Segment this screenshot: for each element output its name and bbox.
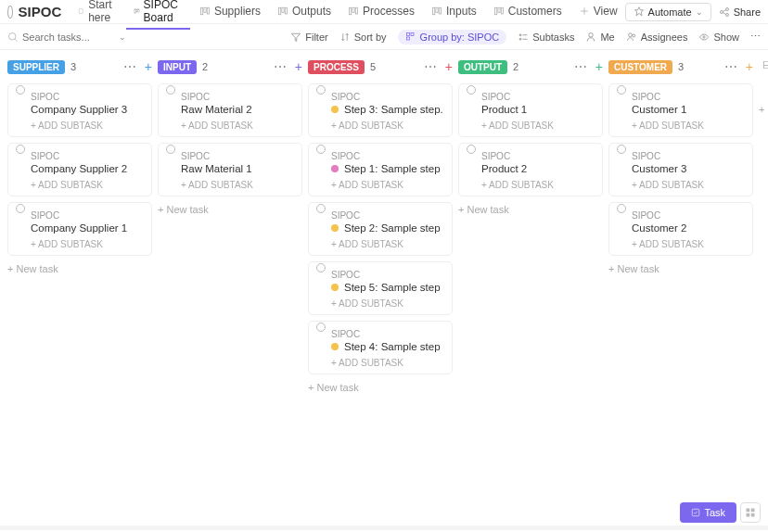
task-card[interactable]: SIPOCCompany Supplier 3+ ADD SUBTASK <box>7 83 152 137</box>
task-check-icon[interactable] <box>16 145 25 154</box>
share-button[interactable]: Share <box>719 6 761 18</box>
search-input[interactable] <box>22 32 115 43</box>
task-check-icon[interactable] <box>467 85 476 95</box>
add-subtask-button[interactable]: + ADD SUBTASK <box>31 120 144 131</box>
task-check-icon[interactable] <box>16 85 25 95</box>
task-card[interactable]: SIPOCStep 2: Sample step+ ADD SUBTASK <box>308 202 453 256</box>
add-subtask-button[interactable]: + ADD SUBTASK <box>31 239 144 249</box>
column-count: 5 <box>370 61 376 72</box>
tab-inputs[interactable]: Inputs <box>424 0 484 30</box>
filter-button[interactable]: Filter <box>290 32 327 43</box>
task-check-icon[interactable] <box>617 145 626 154</box>
column-add-button[interactable]: + <box>746 59 753 74</box>
priority-dot-icon <box>331 165 339 172</box>
column-add-button[interactable]: + <box>145 59 152 74</box>
column-label[interactable]: OUTPUT <box>458 60 507 74</box>
column-menu-button[interactable]: ⋯ <box>574 59 588 74</box>
task-card[interactable]: SIPOCStep 4: Sample step+ ADD SUBTASK <box>308 321 453 374</box>
column-label[interactable]: INPUT <box>158 60 197 74</box>
add-subtask-button[interactable]: + ADD SUBTASK <box>181 180 294 190</box>
task-check-icon[interactable] <box>316 85 326 95</box>
me-button[interactable]: Me <box>585 32 614 43</box>
task-card[interactable]: SIPOCCustomer 2+ ADD SUBTASK <box>608 202 753 256</box>
task-check-icon[interactable] <box>166 145 175 154</box>
add-subtask-button[interactable]: + ADD SUBTASK <box>331 298 444 309</box>
column-add-button[interactable]: + <box>295 59 302 74</box>
column-label[interactable]: SUPPLIER <box>7 60 65 74</box>
sort-label: Sort by <box>354 32 387 43</box>
task-card[interactable]: SIPOCCustomer 1+ ADD SUBTASK <box>608 83 753 137</box>
tab-suppliers[interactable]: Suppliers <box>192 0 268 30</box>
new-task-button[interactable]: + New task <box>7 261 152 276</box>
tab-customers[interactable]: Customers <box>486 0 570 30</box>
task-card[interactable]: SIPOCCustomer 3+ ADD SUBTASK <box>608 143 753 196</box>
filter-label: Filter <box>305 32 327 43</box>
tab-outputs[interactable]: Outputs <box>270 0 339 30</box>
column-add-button[interactable]: + <box>445 59 453 74</box>
task-check-icon[interactable] <box>316 263 326 272</box>
more-button[interactable]: ⋯ <box>750 31 761 43</box>
tab-start-here[interactable]: Start here <box>70 0 123 30</box>
task-card[interactable]: SIPOCRaw Material 1+ ADD SUBTASK <box>158 143 302 196</box>
new-task-button[interactable]: + New task <box>458 202 603 217</box>
task-check-icon[interactable] <box>316 145 326 154</box>
group-button[interactable]: Group by: SIPOC <box>398 30 507 44</box>
apps-button[interactable] <box>740 502 761 523</box>
task-check-icon[interactable] <box>316 204 326 213</box>
automate-button[interactable]: Automate ⌄ <box>625 3 711 21</box>
task-check-icon[interactable] <box>617 85 626 95</box>
task-check-icon[interactable] <box>467 145 476 154</box>
add-subtask-button[interactable]: + ADD SUBTASK <box>181 120 294 131</box>
new-task-button[interactable]: + New task <box>608 261 753 276</box>
assignees-button[interactable]: Assignees <box>626 32 688 43</box>
horizontal-scrollbar[interactable] <box>0 526 768 530</box>
add-subtask-button[interactable]: + ADD SUBTASK <box>632 239 745 249</box>
add-subtask-button[interactable]: + ADD SUBTASK <box>331 180 444 190</box>
column-menu-button[interactable]: ⋯ <box>123 59 137 74</box>
task-card[interactable]: SIPOCRaw Material 2+ ADD SUBTASK <box>158 83 302 137</box>
add-subtask-button[interactable]: + ADD SUBTASK <box>331 120 444 131</box>
tab-processes[interactable]: Processes <box>340 0 422 30</box>
svg-point-21 <box>725 13 728 16</box>
column-menu-button[interactable]: ⋯ <box>424 59 438 74</box>
search-chevron-icon[interactable]: ⌄ <box>119 32 126 42</box>
new-task-button[interactable]: + New task <box>308 380 453 395</box>
subtasks-button[interactable]: Subtasks <box>518 32 574 43</box>
show-button[interactable]: Show <box>698 32 739 43</box>
share-icon <box>719 6 730 18</box>
add-subtask-button[interactable]: + ADD SUBTASK <box>481 180 595 190</box>
column-menu-button[interactable]: ⋯ <box>724 59 738 74</box>
task-card[interactable]: SIPOCCompany Supplier 2+ ADD SUBTASK <box>7 143 152 196</box>
new-task-button[interactable]: + New task <box>158 202 302 217</box>
task-card[interactable]: SIPOCStep 1: Sample step+ ADD SUBTASK <box>308 143 453 196</box>
task-check-icon[interactable] <box>617 204 626 213</box>
task-check-icon[interactable] <box>16 204 25 213</box>
task-card[interactable]: SIPOCStep 3: Sample step.+ ADD SUBTASK <box>308 83 453 137</box>
column-label[interactable]: CUSTOMER <box>608 60 672 74</box>
new-task-fab[interactable]: Task <box>680 502 736 523</box>
column-input: INPUT2⋯+SIPOCRaw Material 2+ ADD SUBTASK… <box>158 57 302 525</box>
column-menu-button[interactable]: ⋯ <box>274 59 288 74</box>
task-check-icon[interactable] <box>166 85 175 95</box>
task-category: SIPOC <box>331 92 444 102</box>
add-subtask-button[interactable]: + ADD SUBTASK <box>31 180 144 190</box>
sort-button[interactable]: Sort by <box>339 32 387 43</box>
empty-column-label[interactable]: Empty <box>759 57 768 72</box>
task-card[interactable]: SIPOCStep 5: Sample step+ ADD SUBTASK <box>308 261 453 315</box>
add-subtask-button[interactable]: + ADD SUBTASK <box>632 180 745 190</box>
add-subtask-button[interactable]: + ADD SUBTASK <box>331 239 444 249</box>
add-subtask-button[interactable]: + ADD SUBTASK <box>331 358 444 368</box>
tab-view[interactable]: View <box>571 0 625 30</box>
new-task-button-fragment[interactable]: + Ne <box>759 102 768 117</box>
add-subtask-button[interactable]: + ADD SUBTASK <box>481 120 595 131</box>
task-card[interactable]: SIPOCProduct 1+ ADD SUBTASK <box>458 83 603 137</box>
task-card[interactable]: SIPOCProduct 2+ ADD SUBTASK <box>458 143 603 196</box>
add-subtask-button[interactable]: + ADD SUBTASK <box>632 120 745 131</box>
task-card[interactable]: SIPOCCompany Supplier 1+ ADD SUBTASK <box>7 202 152 256</box>
tab-sipoc-board[interactable]: SIPOC Board <box>126 0 190 30</box>
task-check-icon[interactable] <box>316 323 326 332</box>
column-label[interactable]: PROCESS <box>308 60 365 74</box>
column-header: OUTPUT2⋯+ <box>458 57 603 76</box>
plus-icon <box>579 6 590 17</box>
column-add-button[interactable]: + <box>595 59 603 74</box>
